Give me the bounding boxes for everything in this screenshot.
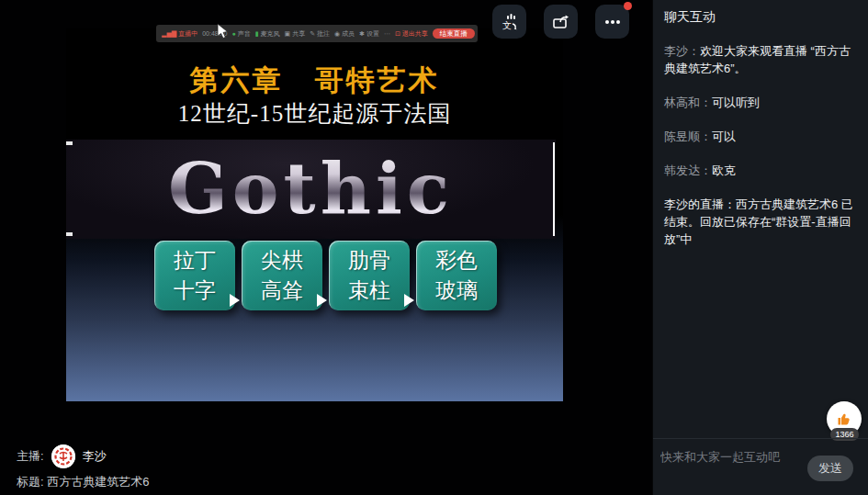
gothic-word: Gothic	[66, 141, 556, 237]
toolbar-item-label: 退出共享	[402, 29, 428, 39]
toolbar-item-annotate[interactable]: ✎批注	[310, 29, 330, 39]
send-button[interactable]: 发送	[807, 456, 853, 481]
thumbs-up-icon	[834, 409, 854, 429]
slide-subtitle: 12世纪-15世纪起源于法国	[66, 98, 563, 129]
cast-screen-button[interactable]	[544, 5, 578, 39]
toolbar-item-settings[interactable]: ✱设置	[359, 29, 379, 39]
chat-panel: 聊天互动 李沙：欢迎大家来观看直播 “西方古典建筑艺术6”。林高和：可以听到陈昱…	[652, 0, 868, 495]
stage-control-buttons: 文	[492, 5, 629, 39]
chat-input[interactable]	[660, 445, 798, 467]
stream-title-label: 标题:	[17, 475, 44, 489]
toolbar-item-label: 直播中	[178, 29, 197, 39]
toolbar-item-label: 设置	[366, 29, 379, 39]
message-sender: 李沙：	[664, 44, 700, 58]
message-text: 李沙的直播：西方古典建筑艺术6 已结束。回放已保存在“群设置-直播回放”中	[664, 197, 853, 246]
end-live-button[interactable]: 结束直播	[433, 28, 475, 39]
toolbar-item-mic[interactable]: ▮麦克风	[255, 29, 280, 39]
more-options-icon	[602, 11, 624, 33]
flow-box: 拉丁十字	[154, 241, 235, 310]
chat-message: 陈昱顺：可以	[664, 128, 858, 145]
message-text: 可以	[712, 129, 736, 143]
flow-box: 肋骨束柱	[329, 241, 410, 310]
chat-panel-title: 聊天互动	[664, 9, 716, 26]
speaker-dot-icon: ●	[231, 30, 235, 37]
host-name: 李沙	[83, 448, 107, 465]
presentation-slide: 第六章 哥特艺术 12世纪-15世纪起源于法国 Gothic 拉丁十字尖栱高耸肋…	[66, 28, 563, 401]
banner-corner-mark	[66, 232, 73, 236]
members-icon: ◉	[334, 30, 340, 37]
gothic-banner-image: Gothic	[66, 140, 556, 239]
more-options-button[interactable]	[595, 5, 629, 39]
toolbar-item-label: 批注	[317, 29, 330, 39]
toolbar-item-exit[interactable]: ⊡退出共享	[395, 29, 428, 39]
cast-screen-icon	[550, 11, 572, 33]
chat-message: 李沙：欢迎大家来观看直播 “西方古典建筑艺术6”。	[664, 42, 858, 77]
chat-message: 韩发达：欧克	[664, 162, 858, 179]
voice-to-text-icon: 文	[500, 12, 520, 32]
voice-to-text-button[interactable]: 文	[492, 5, 526, 39]
stream-title-row: 标题: 西方古典建筑艺术6	[17, 474, 149, 490]
more-icon: ⋯	[384, 30, 390, 37]
settings-icon: ✱	[359, 30, 365, 37]
screen-share-toolbar[interactable]: ▂▅▇直播中00:48:10●声音▮麦克风▣共享✎批注◉成员✱设置⋯⊡退出共享结…	[156, 25, 478, 42]
message-sender: 林高和：	[664, 96, 712, 109]
arrow-right-icon	[230, 294, 240, 307]
toolbar-item-signal[interactable]: ▂▅▇直播中	[162, 29, 197, 39]
toolbar-item-label: 声音	[238, 29, 251, 39]
arrow-right-icon	[404, 294, 414, 307]
exit-icon: ⊡	[395, 30, 400, 37]
notification-dot	[624, 2, 632, 10]
message-sender: 韩发达：	[664, 163, 712, 177]
mouse-cursor-icon	[217, 23, 229, 39]
chat-message: 林高和：可以听到	[664, 94, 858, 111]
host-role-label: 主播:	[17, 448, 44, 465]
seal-avatar-icon	[51, 444, 75, 468]
toolbar-item-members[interactable]: ◉成员	[334, 29, 355, 39]
toolbar-item-label: 共享	[292, 29, 305, 39]
toolbar-item-more[interactable]: ⋯	[384, 30, 390, 37]
svg-text:文: 文	[502, 20, 512, 30]
live-stream-window: 第六章 哥特艺术 12世纪-15世纪起源于法国 Gothic 拉丁十字尖栱高耸肋…	[0, 0, 868, 495]
toolbar-item-speaker-dot[interactable]: ●声音	[231, 29, 250, 39]
message-text: 可以听到	[712, 96, 760, 109]
flow-box: 尖栱高耸	[242, 241, 322, 310]
toolbar-item-label: 成员	[342, 29, 355, 39]
message-text: 欧克	[712, 163, 736, 177]
flow-box: 彩色玻璃	[416, 241, 497, 310]
host-info-row: 主播: 李沙	[17, 444, 107, 469]
slide-chapter-title: 第六章 哥特艺术	[66, 62, 563, 100]
text-caret	[553, 142, 555, 236]
chat-message-list: 李沙：欢迎大家来观看直播 “西方古典建筑艺术6”。林高和：可以听到陈昱顺：可以韩…	[664, 42, 858, 264]
input-divider	[653, 438, 868, 439]
host-avatar[interactable]	[51, 444, 75, 468]
toolbar-item-share[interactable]: ▣共享	[285, 29, 306, 39]
banner-corner-mark	[66, 141, 73, 145]
share-icon: ▣	[285, 30, 291, 37]
arrow-right-icon	[317, 294, 327, 307]
annotate-icon: ✎	[310, 30, 315, 37]
message-sender: 陈昱顺：	[664, 129, 712, 143]
mic-icon: ▮	[255, 30, 259, 37]
toolbar-item-label: 麦克风	[261, 29, 280, 39]
video-stage: 第六章 哥特艺术 12世纪-15世纪起源于法国 Gothic 拉丁十字尖栱高耸肋…	[0, 0, 652, 495]
stream-title-value: 西方古典建筑艺术6	[47, 475, 149, 489]
system-message: 李沙的直播：西方古典建筑艺术6 已结束。回放已保存在“群设置-直播回放”中	[664, 196, 858, 248]
signal-icon: ▂▅▇	[162, 30, 176, 37]
